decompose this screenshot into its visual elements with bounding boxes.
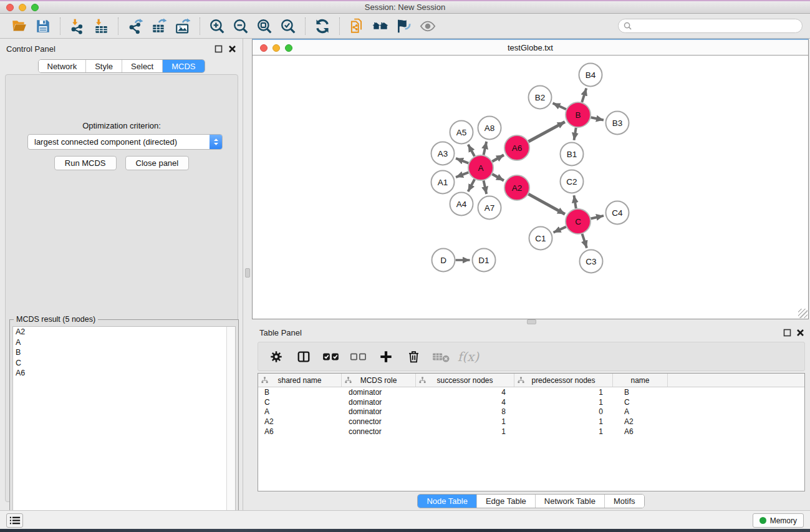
table-row[interactable]: A2connector11A2 (258, 417, 804, 427)
network-canvas[interactable]: B4B2BB3A5A8A6A3AB1A1C2A2A4A7CC4C1C3DD1 (253, 56, 808, 319)
tab-network-table[interactable]: Network Table (536, 495, 605, 508)
graph-edge-A-A3[interactable] (456, 158, 468, 163)
graph-edge-C-C4[interactable] (591, 216, 604, 219)
search-input[interactable] (635, 21, 802, 32)
network-window-titlebar[interactable]: testGlobe.txt (253, 40, 808, 56)
memory-button[interactable]: Memory (753, 513, 804, 528)
delete-column-button[interactable] (403, 346, 424, 367)
mcds-result-item[interactable]: C (13, 358, 235, 369)
table-row[interactable]: Bdominator41B (258, 387, 804, 397)
run-mcds-button[interactable]: Run MCDS (54, 156, 117, 170)
open-session-button[interactable] (7, 16, 31, 36)
graph-edge-C-C2[interactable] (574, 195, 576, 208)
graph-edge-C-C3[interactable] (582, 234, 587, 248)
graph-edge-A2-C[interactable] (528, 194, 565, 214)
delete-table-button[interactable] (430, 346, 451, 367)
table-tabs: Node TableEdge TableNetwork TableMotifs (417, 494, 644, 508)
show-columns-button[interactable] (293, 346, 314, 367)
refresh-button[interactable] (311, 16, 334, 36)
mcds-result-list[interactable]: A2ABCA6 (12, 326, 236, 531)
tab-network[interactable]: Network (38, 60, 86, 72)
column-header-predecessor-nodes[interactable]: predecessor nodes (514, 374, 613, 387)
select-all-button[interactable] (321, 346, 342, 367)
tab-edge-table[interactable]: Edge Table (477, 495, 536, 508)
tab-motifs[interactable]: Motifs (605, 495, 644, 508)
export-image-button[interactable] (171, 16, 195, 36)
graph-edge-A-A2[interactable] (492, 174, 504, 180)
window-title: Session: New Session (0, 2, 810, 12)
table-toolbar: f(x) (258, 342, 805, 371)
task-history-button[interactable] (6, 513, 23, 528)
home-button[interactable] (369, 16, 392, 36)
column-header-successor-nodes[interactable]: successor nodes (416, 374, 514, 387)
window-resize-grip[interactable] (798, 309, 808, 318)
node-table[interactable]: shared nameMCDS rolesuccessor nodesprede… (258, 373, 805, 491)
table-row[interactable]: A6connector11A6 (258, 427, 804, 437)
close-panel-icon[interactable] (228, 45, 236, 53)
import-network-icon (69, 18, 85, 34)
close-panel-icon[interactable] (796, 329, 804, 337)
zoom-fit-button[interactable] (253, 16, 276, 36)
create-network-from-file-button[interactable] (345, 16, 369, 36)
graph-edge-A-A4[interactable] (468, 180, 475, 192)
hide-annotations-button[interactable] (392, 16, 416, 36)
import-table-button[interactable] (89, 16, 113, 36)
table-row[interactable]: Cdominator41C (258, 397, 804, 407)
column-header-MCDS-role[interactable]: MCDS role (342, 374, 416, 387)
tab-node-table[interactable]: Node Table (418, 495, 477, 508)
graph-edge-A-A7[interactable] (483, 181, 486, 195)
export-table-button[interactable] (147, 16, 171, 36)
graph-edge-B-B1[interactable] (574, 128, 576, 140)
search-field[interactable] (618, 19, 803, 33)
graph-node-label: B (575, 110, 581, 120)
chevron-up-down-icon (213, 138, 219, 146)
graph-edge-B-B4[interactable] (582, 88, 586, 102)
close-panel-button[interactable]: Close panel (125, 156, 190, 170)
float-panel-icon[interactable] (215, 45, 223, 53)
network-graph[interactable]: B4B2BB3A5A8A6A3AB1A1C2A2A4A7CC4C1C3DD1 (253, 56, 808, 319)
graph-edge-C-C1[interactable] (554, 227, 566, 233)
graph-node-label: C2 (566, 177, 577, 186)
mcds-result-item[interactable]: A2 (13, 327, 235, 337)
scrollbar-track[interactable] (226, 327, 235, 530)
unchecked-boxes-icon (350, 352, 367, 362)
graph-edge-A-A8[interactable] (483, 142, 486, 155)
horizontal-splitter-handle[interactable] (527, 319, 536, 324)
export-table-icon (151, 18, 167, 34)
graph-edge-A-A1[interactable] (456, 172, 468, 177)
deselect-all-button[interactable] (348, 346, 369, 367)
mcds-result-item[interactable]: B (13, 347, 235, 358)
graph-edge-A-A5[interactable] (468, 145, 475, 157)
mcds-result-item[interactable]: A6 (13, 368, 235, 379)
graph-edge-B-B2[interactable] (552, 103, 566, 109)
save-session-button[interactable] (31, 16, 55, 36)
graph-edge-A-A6[interactable] (492, 155, 504, 162)
export-network-button[interactable] (123, 16, 147, 36)
zoom-in-icon (209, 18, 225, 34)
zoom-in-button[interactable] (205, 16, 229, 36)
vertical-splitter-handle[interactable] (245, 268, 250, 278)
tab-mcds[interactable]: MCDS (163, 60, 204, 72)
add-column-button[interactable] (375, 346, 397, 367)
function-builder-button[interactable]: f(x) (458, 346, 479, 367)
float-panel-icon[interactable] (783, 329, 791, 337)
import-network-button[interactable] (65, 16, 89, 36)
show-eye-button[interactable] (416, 16, 440, 36)
graph-edge-A6-B[interactable] (528, 122, 564, 142)
tab-select[interactable]: Select (122, 60, 163, 72)
column-header-shared-name[interactable]: shared name (258, 374, 342, 387)
mcds-result-item[interactable]: A (13, 337, 235, 348)
criterion-select[interactable]: largest connected component (directed) (27, 134, 223, 150)
zoom-selected-button[interactable] (276, 16, 300, 36)
tab-style[interactable]: Style (86, 60, 122, 72)
graph-edge-B-B3[interactable] (591, 117, 604, 120)
network-window-title: testGlobe.txt (253, 43, 808, 52)
graph-node-label: A5 (456, 128, 467, 137)
zoom-out-button[interactable] (229, 16, 253, 36)
table-settings-button[interactable] (266, 346, 287, 367)
select-stepper[interactable] (210, 135, 222, 149)
zoom-selected-icon (280, 18, 296, 34)
table-row[interactable]: Adominator80A (258, 407, 804, 417)
column-header-name[interactable]: name (613, 374, 668, 387)
control-panel: Control Panel NetworkStyleSelectMCDS Opt… (0, 39, 243, 510)
